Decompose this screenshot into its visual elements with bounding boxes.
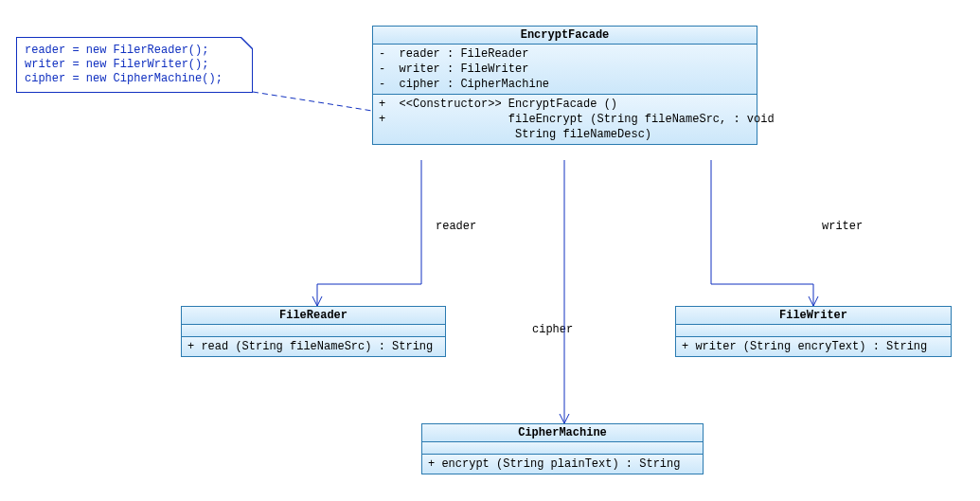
op-row: + encrypt (String plainText) : String: [428, 456, 697, 472]
class-cipher-machine: CipherMachine + encrypt (String plainTex…: [421, 423, 704, 474]
note-constructor-body: reader = new FilerReader(); writer = new…: [16, 37, 253, 93]
class-operations: + writer (String encryText) : String: [676, 337, 951, 356]
class-title: FileWriter: [676, 307, 951, 325]
assoc-reader-line: [317, 160, 421, 306]
class-attributes: [182, 325, 445, 337]
class-attributes: - reader : FileReader - writer : FileWri…: [373, 45, 757, 95]
op-row: String fileNameDesc): [379, 127, 751, 142]
op-row: + fileEncrypt (String fileNameSrc, : voi…: [379, 112, 751, 127]
note-line: cipher = new CipherMachine();: [25, 72, 244, 86]
class-title: FileReader: [182, 307, 445, 325]
op-row: + read (String fileNameSrc) : String: [187, 339, 439, 354]
op-row: + <<Constructor>> EncryptFacade (): [379, 97, 751, 112]
attr-row: - writer : FileWriter: [379, 62, 751, 77]
class-operations: + <<Constructor>> EncryptFacade () + fil…: [373, 95, 757, 144]
class-attributes: [422, 442, 703, 455]
class-encrypt-facade: EncryptFacade - reader : FileReader - wr…: [372, 26, 757, 145]
note-line: writer = new FilerWriter();: [25, 58, 244, 72]
class-operations: + encrypt (String plainText) : String: [422, 455, 703, 474]
assoc-label-writer: writer: [822, 220, 863, 233]
class-file-reader: FileReader + read (String fileNameSrc) :…: [181, 306, 446, 357]
class-operations: + read (String fileNameSrc) : String: [182, 337, 445, 356]
assoc-label-reader: reader: [436, 220, 476, 233]
class-attributes: [676, 325, 951, 337]
class-title: CipherMachine: [422, 424, 703, 442]
note-line: reader = new FilerReader();: [25, 44, 244, 58]
assoc-writer-line: [711, 160, 813, 306]
attr-row: - reader : FileReader: [379, 46, 751, 62]
attr-row: - cipher : CipherMachine: [379, 77, 751, 92]
assoc-label-cipher: cipher: [532, 323, 573, 336]
class-title: EncryptFacade: [373, 27, 757, 45]
note-fold-inner-icon: [241, 37, 253, 48]
op-row: + writer (String encryText) : String: [682, 339, 945, 354]
note-anchor-line: [253, 92, 372, 111]
class-file-writer: FileWriter + writer (String encryText) :…: [675, 306, 952, 357]
